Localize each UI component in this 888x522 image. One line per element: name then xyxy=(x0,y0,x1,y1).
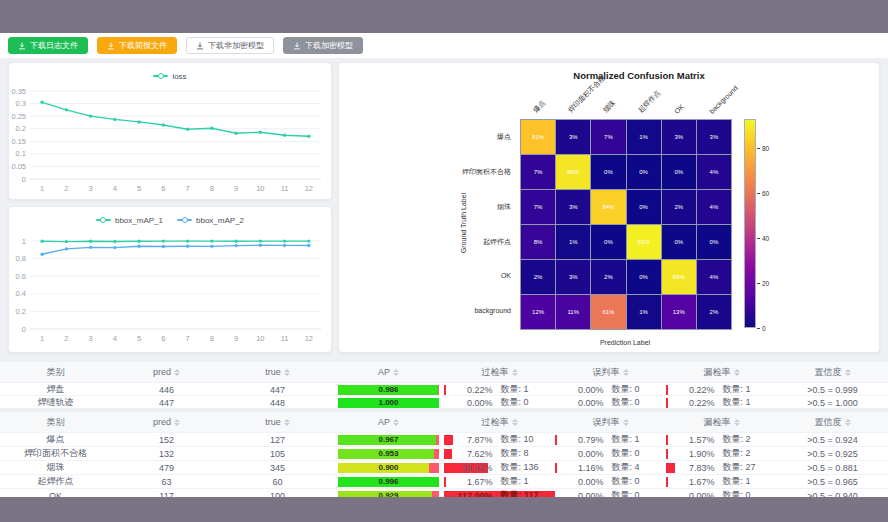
svg-text:2: 2 xyxy=(64,334,68,343)
column-header-miss-rate[interactable]: 漏检率 xyxy=(666,362,777,382)
column-header-true[interactable]: true xyxy=(222,412,333,432)
svg-text:8: 8 xyxy=(210,184,214,193)
matrix-row-label: 爆点 xyxy=(339,132,511,142)
matrix-column-label: 烟珠 xyxy=(600,98,617,115)
download-summary-file-button[interactable]: 下载简报文件 xyxy=(97,37,177,54)
svg-text:12: 12 xyxy=(305,184,313,193)
matrix-cell: 2% xyxy=(662,190,696,224)
matrix-cell: 11% xyxy=(556,295,590,329)
matrix-cell: 4% xyxy=(697,260,731,294)
rate-percent: 1.67% xyxy=(671,477,715,487)
ap-bar: 0.986 xyxy=(338,385,439,395)
column-header-true[interactable]: true xyxy=(222,362,333,382)
download-plain-model-button[interactable]: 下载非加密模型 xyxy=(186,37,274,54)
matrix-cell: 2% xyxy=(591,260,625,294)
colorbar-tick xyxy=(757,283,760,284)
column-header-over-detection-rate[interactable]: 过检率 xyxy=(444,362,555,382)
confusion-matrix-title: Normalized Confusion Matrix xyxy=(449,70,829,81)
matrix-cell: 0% xyxy=(627,260,661,294)
column-header-label: 过检率 xyxy=(482,366,509,379)
legend-item-loss[interactable]: loss xyxy=(153,72,186,81)
svg-text:2: 2 xyxy=(64,184,68,193)
rate-percent: 0.22% xyxy=(671,398,715,408)
rate-bar xyxy=(666,477,668,487)
confidence-cell: >0.5 = 0.965 xyxy=(777,475,888,488)
column-header-false-positive-rate[interactable]: 误判率 xyxy=(555,412,666,432)
svg-text:0.4: 0.4 xyxy=(16,289,26,298)
column-header-ap[interactable]: AP xyxy=(333,362,444,382)
download-encrypted-model-button[interactable]: 下载加密模型 xyxy=(283,37,363,54)
svg-text:0.2: 0.2 xyxy=(16,307,26,316)
column-header-ap[interactable]: AP xyxy=(333,412,444,432)
table-header-row: 类别predtrueAP过检率误判率漏检率置信度 xyxy=(0,362,888,382)
column-header-over-detection-rate[interactable]: 过检率 xyxy=(444,412,555,432)
miss-rate-cell: 0.22%数量: 1 xyxy=(666,396,777,409)
sort-icon xyxy=(284,419,290,426)
rate-percent: 0.22% xyxy=(671,385,715,395)
rate-count: 数量: 1 xyxy=(501,475,551,488)
over-detection-cell: 1.67%数量: 1 xyxy=(444,475,555,488)
colorbar-tick-label: 0 xyxy=(762,325,766,332)
rate-count: 数量: 4 xyxy=(612,461,662,474)
legend-item-bbox_mAP_1[interactable]: bbox_mAP_1 xyxy=(96,216,163,225)
ap-value: 0.996 xyxy=(338,477,439,487)
over-detection-cell: 7.62%数量: 8 xyxy=(444,447,555,460)
over-detection-cell: 0.22%数量: 1 xyxy=(444,383,555,396)
matrix-cell: 3% xyxy=(556,260,590,294)
legend-circle-icon xyxy=(100,217,106,223)
svg-text:1: 1 xyxy=(40,334,44,343)
svg-text:0: 0 xyxy=(22,175,26,184)
rate-count: 数量: 1 xyxy=(612,433,662,446)
legend-label: bbox_mAP_1 xyxy=(115,216,163,225)
download-log-file-button[interactable]: 下载日志文件 xyxy=(8,37,88,54)
class-cell: 爆点 xyxy=(0,433,111,446)
false-positive-cell: 0.00%数量: 0 xyxy=(555,396,666,409)
sort-icon xyxy=(845,369,851,376)
download-toolbar: 下载日志文件下载简报文件下载非加密模型下载加密模型 xyxy=(0,33,888,58)
colorbar-tick xyxy=(757,193,760,194)
matrix-cell: 89% xyxy=(662,260,696,294)
sort-icon xyxy=(845,419,851,426)
matrix-cell: 84% xyxy=(591,190,625,224)
rate-percent: 0.00% xyxy=(560,385,604,395)
confusion-matrix-x-axis-label: Prediction Label xyxy=(600,339,650,346)
confidence-cell: >0.5 = 1.000 xyxy=(777,396,888,409)
column-header-miss-rate[interactable]: 漏检率 xyxy=(666,412,777,432)
ap-value: 0.900 xyxy=(338,463,439,473)
column-header-false-positive-rate[interactable]: 误判率 xyxy=(555,362,666,382)
column-header-label: 类别 xyxy=(47,366,65,379)
button-label: 下载日志文件 xyxy=(30,42,78,50)
sort-icon xyxy=(284,369,290,376)
ap-cell: 0.996 xyxy=(333,475,444,488)
matrix-column-label: OK xyxy=(673,103,685,115)
sort-icon xyxy=(512,369,518,376)
svg-text:0.1: 0.1 xyxy=(16,149,26,158)
rate-percent: 1.16% xyxy=(560,463,604,473)
rate-count: 数量: 10 xyxy=(501,433,551,446)
rate-count: 数量: 0 xyxy=(612,383,662,396)
button-label: 下载简报文件 xyxy=(119,42,167,50)
matrix-row-label: OK xyxy=(339,272,511,279)
column-header-pred[interactable]: pred xyxy=(111,412,222,432)
column-header-confidence[interactable]: 置信度 xyxy=(777,362,888,382)
rate-percent: 7.83% xyxy=(671,463,715,473)
legend-label: loss xyxy=(172,72,186,81)
ap-cell: 0.986 xyxy=(333,383,444,396)
false-positive-cell: 1.16%数量: 4 xyxy=(555,461,666,474)
svg-text:1: 1 xyxy=(40,184,44,193)
rate-percent: 1.57% xyxy=(671,435,715,445)
rate-count: 数量: 0 xyxy=(612,447,662,460)
sort-icon xyxy=(623,419,629,426)
true-cell: 345 xyxy=(222,461,333,474)
legend-item-bbox_mAP_2[interactable]: bbox_mAP_2 xyxy=(177,216,244,225)
svg-text:4: 4 xyxy=(113,184,117,193)
svg-text:0.3: 0.3 xyxy=(16,99,26,108)
table-row: 起焊作点63600.9961.67%数量: 10.00%数量: 01.67%数量… xyxy=(0,474,888,488)
matrix-cell: 13% xyxy=(662,295,696,329)
column-header-label: 置信度 xyxy=(815,416,842,429)
true-cell: 448 xyxy=(222,396,333,409)
button-label: 下载非加密模型 xyxy=(208,42,264,50)
column-header-confidence[interactable]: 置信度 xyxy=(777,412,888,432)
rate-bar xyxy=(444,385,446,395)
column-header-pred[interactable]: pred xyxy=(111,362,222,382)
